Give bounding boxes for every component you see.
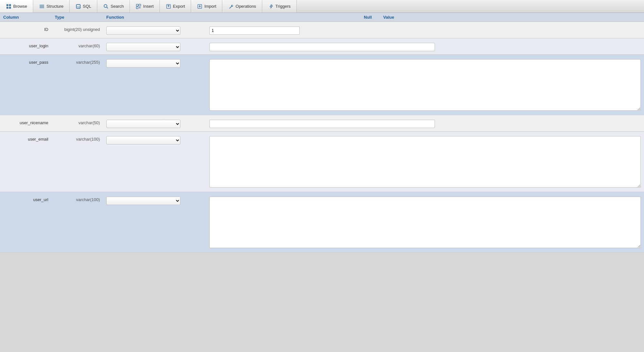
col-user-login-function [106,42,190,51]
svg-rect-0 [6,4,8,6]
user-url-value-textarea[interactable] [209,197,641,248]
col-user-pass-name: user_pass [3,58,55,65]
col-id-function [106,25,190,35]
id-value-input[interactable] [209,26,300,35]
col-user-url-null [190,195,209,197]
tab-browse-label: Browse [13,4,27,9]
col-user-pass-value [209,58,641,112]
svg-rect-1 [9,4,11,6]
tab-insert-label: Insert [143,4,154,9]
user-email-function-select[interactable] [106,136,180,144]
col-user-nicename-type: varchar(50) [55,118,106,125]
header-type: Type [55,15,106,20]
col-user-login-name: user_login [3,42,55,48]
search-icon [103,4,109,9]
header-function: Function [106,15,364,20]
col-user-url-function [106,195,190,205]
nav-bar: Browse Structure SQL SQL Search [0,0,644,13]
svg-rect-4 [40,5,44,5]
user-login-value-input[interactable] [209,43,435,51]
col-user-login-value [209,42,641,51]
col-user-login-type: varchar(60) [55,42,106,48]
col-user-nicename-function [106,118,190,128]
tab-operations-label: Operations [235,4,256,9]
table-row: user_pass varchar(255) [0,55,644,115]
col-user-nicename-name: user_nicename [3,118,55,125]
user-email-value-textarea[interactable] [209,136,641,188]
table-row: user_login varchar(60) [0,38,644,55]
tab-sql-label: SQL [83,4,91,9]
grid-icon [6,4,12,9]
table-row: user_email varchar(100) [0,132,644,192]
user-url-function-select[interactable] [106,197,180,205]
col-user-login-null [190,42,209,43]
svg-rect-13 [136,7,138,9]
tab-triggers[interactable]: Triggers [262,0,297,13]
svg-rect-3 [9,7,11,9]
col-user-email-type: varchar(100) [55,135,106,142]
col-user-nicename-value [209,118,641,128]
export-icon [166,4,171,9]
col-user-nicename-null [190,118,209,120]
triggers-icon [268,4,274,9]
col-id-name: ID [3,25,55,32]
tab-search[interactable]: Search [97,0,130,13]
table-row: user_nicename varchar(50) [0,115,644,132]
col-user-url-type: varchar(100) [55,195,106,202]
user-pass-function-select[interactable] [106,59,180,68]
svg-rect-2 [6,7,8,9]
tab-export-label: Export [173,4,185,9]
structure-icon [39,4,45,9]
header-value: Value [383,15,641,20]
user-login-function-select[interactable] [106,43,180,51]
svg-rect-12 [139,4,141,6]
import-icon [197,4,203,9]
col-user-pass-type: varchar(255) [55,58,106,65]
tab-browse[interactable]: Browse [0,0,33,13]
col-user-pass-null [190,58,209,60]
tab-operations[interactable]: Operations [222,0,262,13]
insert-icon [136,4,141,9]
header-column: Column [3,15,55,20]
table-row: user_url varchar(100) [0,192,644,253]
svg-rect-5 [40,6,44,7]
col-id-value [209,25,641,35]
tab-import-label: Import [204,4,216,9]
col-user-pass-function [106,58,190,68]
tab-export[interactable]: Export [160,0,191,13]
id-function-select[interactable] [106,26,180,35]
tab-sql[interactable]: SQL SQL [70,0,97,13]
user-nicename-value-input[interactable] [209,120,435,128]
header-null: Null [364,15,383,20]
tab-structure[interactable]: Structure [33,0,70,13]
col-user-email-value [209,135,641,189]
tab-triggers-label: Triggers [275,4,291,9]
col-user-email-name: user_email [3,135,55,142]
col-user-email-function [106,135,190,144]
user-pass-value-textarea[interactable] [209,59,641,111]
col-user-url-value [209,195,641,249]
col-user-email-null [190,135,209,137]
tab-search-label: Search [111,4,124,9]
table-header: Column Type Function Null Value [0,13,644,22]
col-id-type: bigint(20) unsigned [55,25,106,32]
svg-rect-11 [136,4,138,6]
wrench-icon [228,4,234,9]
svg-line-10 [107,7,108,8]
tab-structure-label: Structure [46,4,63,9]
table-row: ID bigint(20) unsigned [0,22,644,38]
col-id-null [190,25,209,27]
svg-text:SQL: SQL [77,6,81,8]
col-user-url-name: user_url [3,195,55,202]
user-nicename-function-select[interactable] [106,120,180,128]
sql-icon: SQL [75,4,81,9]
tab-insert[interactable]: Insert [130,0,160,13]
svg-point-9 [104,5,107,7]
tab-import[interactable]: Import [191,0,222,13]
main-content: ID bigint(20) unsigned user_login varcha… [0,22,644,253]
svg-rect-6 [40,7,44,8]
